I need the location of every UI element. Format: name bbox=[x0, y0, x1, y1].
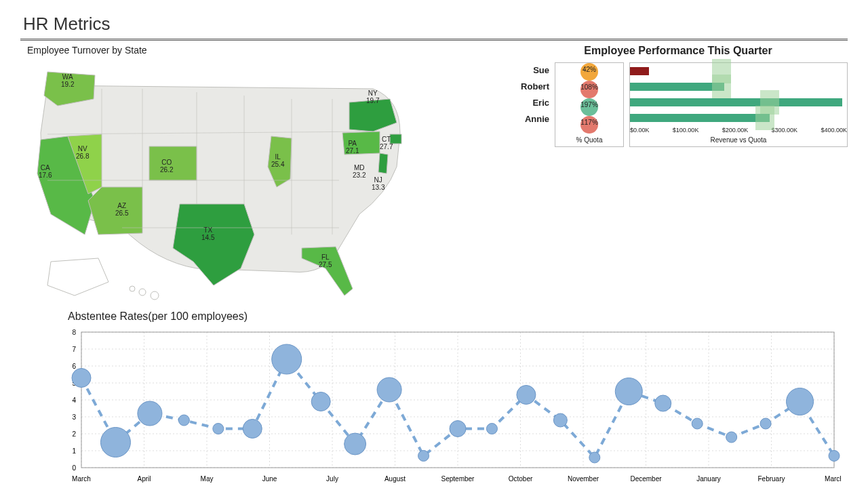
revenue-tick: $400.00K bbox=[821, 127, 847, 134]
x-tick: December bbox=[630, 475, 662, 483]
state-label-pa: PA27.1 bbox=[346, 140, 359, 155]
absentee-point[interactable] bbox=[72, 369, 91, 388]
absentee-title: Abstentee Rates(per 100 employees) bbox=[68, 310, 848, 323]
state-label-tx: TX14.5 bbox=[201, 226, 214, 241]
quota-axis-label: % Quota bbox=[555, 134, 623, 146]
performance-title: Employee Performance This Quarter bbox=[509, 45, 848, 57]
absentee-point[interactable] bbox=[553, 413, 567, 427]
svg-point-1 bbox=[139, 289, 146, 296]
state-label-wa: WA19.2 bbox=[61, 73, 74, 88]
quota-pct: 108% bbox=[580, 83, 598, 91]
absentee-point[interactable] bbox=[243, 420, 262, 439]
state-label-il: IL25.4 bbox=[271, 153, 284, 168]
quota-cell[interactable]: 42% bbox=[555, 63, 623, 81]
revenue-row[interactable] bbox=[630, 110, 847, 125]
turnover-map-panel: Employee Turnover by State bbox=[20, 45, 488, 302]
state-label-ny: NY19.7 bbox=[366, 89, 379, 104]
x-tick: October bbox=[509, 475, 533, 483]
absentee-point[interactable] bbox=[486, 424, 497, 434]
absentee-point[interactable] bbox=[517, 386, 536, 405]
state-label-md: MD23.2 bbox=[353, 164, 366, 179]
absentee-point[interactable] bbox=[787, 388, 814, 415]
revenue-tick: $0.00K bbox=[630, 127, 650, 134]
revenue-ticks: $0.00K$100.00K$200.00K$300.00K$400.00K bbox=[630, 125, 847, 134]
employee-name: Sue bbox=[509, 65, 549, 75]
absentee-point[interactable] bbox=[418, 451, 429, 462]
absentee-point[interactable] bbox=[615, 378, 642, 405]
state-label-ca: CA17.6 bbox=[39, 164, 52, 179]
y-tick: 4 bbox=[72, 396, 76, 404]
absentee-point[interactable] bbox=[178, 415, 189, 426]
x-tick: January bbox=[696, 475, 721, 483]
title-divider bbox=[20, 39, 848, 41]
absentee-point[interactable] bbox=[213, 424, 224, 434]
absentee-point[interactable] bbox=[344, 433, 366, 455]
x-tick: May bbox=[201, 475, 214, 483]
revenue-axis-label: Revenue vs Quota bbox=[630, 134, 847, 146]
absentee-chart[interactable]: 012345678MarchAprilMayJuneJulyAugustSept… bbox=[47, 325, 841, 488]
absentee-point[interactable] bbox=[272, 344, 302, 374]
absentee-point[interactable] bbox=[377, 378, 401, 402]
absentee-point[interactable] bbox=[311, 392, 330, 411]
y-tick: 7 bbox=[72, 346, 76, 353]
revenue-row[interactable] bbox=[630, 63, 847, 79]
absentee-point[interactable] bbox=[726, 432, 737, 443]
performance-panel: Employee Performance This Quarter Sue Ro… bbox=[509, 45, 848, 302]
state-nj[interactable] bbox=[378, 153, 388, 174]
absentee-point[interactable] bbox=[655, 395, 671, 411]
x-tick: April bbox=[137, 475, 151, 483]
revenue-bar bbox=[630, 98, 842, 106]
absentee-point[interactable] bbox=[100, 428, 130, 458]
revenue-tick: $100.00K bbox=[673, 127, 699, 134]
quota-pct: 117% bbox=[580, 119, 598, 126]
revenue-row[interactable] bbox=[630, 79, 847, 94]
quota-pct: 197% bbox=[580, 101, 598, 108]
revenue-tick: $300.00K bbox=[772, 127, 798, 134]
quota-cell[interactable]: 108% bbox=[555, 81, 623, 98]
state-label-nv: NV26.8 bbox=[76, 145, 89, 160]
employee-name: Eric bbox=[509, 98, 549, 108]
employee-name: Annie bbox=[509, 114, 549, 124]
page-title: HR Metrics bbox=[23, 14, 848, 35]
state-label-co: CO26.2 bbox=[160, 159, 173, 174]
x-tick: November bbox=[568, 475, 599, 483]
state-label-fl: FL27.5 bbox=[319, 253, 332, 268]
x-tick: February bbox=[757, 475, 785, 483]
revenue-column: $0.00K$100.00K$200.00K$300.00K$400.00K R… bbox=[629, 62, 848, 147]
y-tick: 0 bbox=[72, 464, 76, 472]
quota-cell[interactable]: 117% bbox=[555, 116, 623, 134]
absentee-point[interactable] bbox=[138, 401, 162, 426]
x-tick: July bbox=[326, 475, 338, 483]
state-label-nj: NJ13.3 bbox=[372, 176, 384, 191]
quota-marker bbox=[755, 106, 774, 130]
absentee-point[interactable] bbox=[589, 452, 600, 463]
state-ak bbox=[47, 258, 108, 296]
revenue-bar bbox=[630, 114, 770, 122]
map-title: Employee Turnover by State bbox=[27, 45, 488, 56]
state-tx[interactable] bbox=[173, 204, 254, 285]
state-label-ct: CT27.7 bbox=[380, 136, 393, 150]
x-tick: March bbox=[825, 475, 841, 483]
svg-point-2 bbox=[151, 291, 159, 300]
absentee-point[interactable] bbox=[760, 418, 771, 429]
absentee-point[interactable] bbox=[829, 451, 840, 462]
y-tick: 6 bbox=[72, 363, 76, 370]
absentee-panel: Abstentee Rates(per 100 employees) 01234… bbox=[20, 310, 848, 488]
x-tick: August bbox=[384, 475, 406, 483]
x-tick: September bbox=[441, 475, 475, 483]
revenue-row[interactable] bbox=[630, 94, 847, 110]
us-map[interactable]: WA19.2CA17.6NV26.8AZ26.5CO26.2TX14.5IL25… bbox=[20, 58, 441, 302]
absentee-point[interactable] bbox=[692, 418, 703, 429]
y-tick: 1 bbox=[72, 447, 76, 455]
y-tick: 2 bbox=[72, 430, 76, 438]
y-tick: 8 bbox=[72, 329, 76, 336]
absentee-point[interactable] bbox=[450, 421, 466, 437]
state-label-az: AZ26.5 bbox=[115, 202, 128, 217]
employee-name: Robert bbox=[509, 81, 549, 92]
y-tick: 3 bbox=[72, 413, 76, 421]
revenue-bar bbox=[630, 67, 649, 75]
quota-column: 42% 108% 197% 117% % Quot bbox=[555, 62, 624, 147]
revenue-bar bbox=[630, 83, 724, 91]
quota-pct: 42% bbox=[583, 66, 596, 73]
quota-cell[interactable]: 197% bbox=[555, 98, 623, 116]
